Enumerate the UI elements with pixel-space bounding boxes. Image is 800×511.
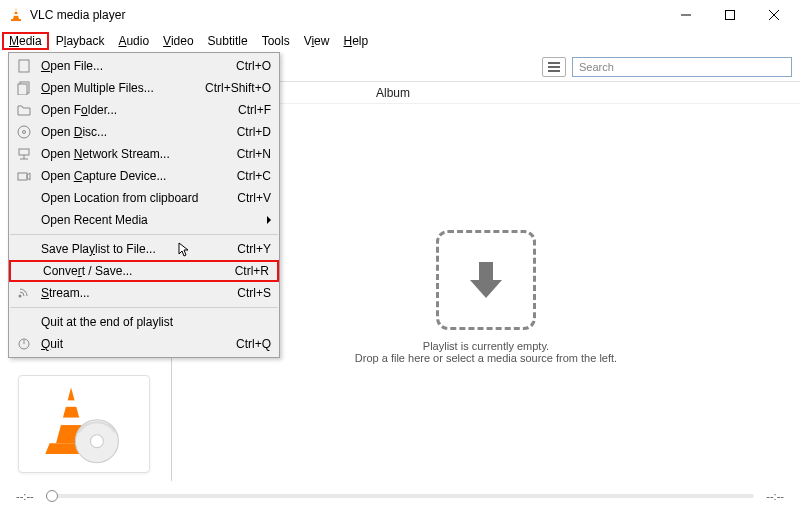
- svg-point-13: [90, 435, 103, 448]
- separator: [10, 234, 278, 235]
- menu-open-folder[interactable]: Open Folder... Ctrl+F: [9, 99, 279, 121]
- svg-point-29: [19, 295, 22, 298]
- capture-icon: [15, 168, 33, 184]
- menu-media[interactable]: Media: [2, 32, 49, 50]
- view-mode-button[interactable]: [542, 57, 566, 77]
- album-art-thumbnail: [18, 375, 150, 473]
- svg-point-22: [18, 126, 30, 138]
- svg-point-23: [23, 131, 26, 134]
- svg-rect-2: [13, 14, 19, 16]
- menu-open-file[interactable]: Open File... Ctrl+O: [9, 55, 279, 77]
- mouse-cursor-icon: [178, 242, 194, 258]
- svg-rect-15: [548, 66, 560, 68]
- empty-text-line2: Drop a file here or select a media sourc…: [355, 352, 617, 364]
- menu-quit[interactable]: Quit Ctrl+Q: [9, 333, 279, 355]
- menu-help[interactable]: Help: [336, 32, 375, 50]
- svg-rect-10: [57, 418, 85, 426]
- menubar: Media Playback Audio Video Subtitle Tool…: [0, 30, 800, 52]
- svg-marker-18: [470, 280, 502, 298]
- menu-save-playlist[interactable]: Save Playlist to File... Ctrl+Y: [9, 238, 279, 260]
- svg-rect-17: [479, 262, 493, 280]
- menu-subtitle[interactable]: Subtitle: [201, 32, 255, 50]
- svg-rect-24: [19, 149, 29, 155]
- download-arrow-icon: [462, 256, 510, 304]
- menu-open-multiple[interactable]: Open Multiple Files... Ctrl+Shift+O: [9, 77, 279, 99]
- svg-rect-19: [19, 60, 29, 72]
- close-button[interactable]: [752, 0, 796, 30]
- empty-text-line1: Playlist is currently empty.: [423, 340, 549, 352]
- menu-open-disc[interactable]: Open Disc... Ctrl+D: [9, 121, 279, 143]
- network-icon: [15, 146, 33, 162]
- svg-rect-16: [548, 70, 560, 72]
- time-total: --:--: [766, 490, 784, 502]
- search-input[interactable]: Search: [572, 57, 792, 77]
- seek-knob[interactable]: [46, 490, 58, 502]
- window-title: VLC media player: [30, 8, 125, 22]
- menu-playback[interactable]: Playback: [49, 32, 112, 50]
- files-icon: [15, 80, 33, 96]
- svg-rect-27: [18, 173, 27, 180]
- stream-icon: [15, 285, 33, 301]
- maximize-button[interactable]: [708, 0, 752, 30]
- titlebar: VLC media player: [0, 0, 800, 30]
- file-icon: [15, 58, 33, 74]
- disc-icon: [15, 124, 33, 140]
- minimize-button[interactable]: [664, 0, 708, 30]
- separator: [10, 307, 278, 308]
- submenu-arrow-icon: [267, 216, 271, 224]
- menu-convert-save[interactable]: Convert / Save... Ctrl+R: [11, 262, 277, 280]
- svg-rect-14: [548, 62, 560, 64]
- svg-rect-9: [60, 400, 82, 406]
- svg-rect-3: [11, 19, 21, 21]
- time-elapsed: --:--: [16, 490, 34, 502]
- svg-rect-5: [726, 11, 735, 20]
- menu-open-network[interactable]: Open Network Stream... Ctrl+N: [9, 143, 279, 165]
- column-album[interactable]: Album: [366, 86, 420, 100]
- menu-stream[interactable]: Stream... Ctrl+S: [9, 282, 279, 304]
- svg-rect-21: [18, 84, 27, 95]
- media-menu-dropdown: Open File... Ctrl+O Open Multiple Files.…: [8, 52, 280, 358]
- menu-open-capture[interactable]: Open Capture Device... Ctrl+C: [9, 165, 279, 187]
- menu-audio[interactable]: Audio: [111, 32, 156, 50]
- svg-rect-1: [13, 10, 18, 12]
- folder-icon: [15, 102, 33, 118]
- seek-slider[interactable]: [46, 494, 755, 498]
- statusbar: --:-- --:--: [0, 481, 800, 511]
- menu-open-clipboard[interactable]: Open Location from clipboard Ctrl+V: [9, 187, 279, 209]
- menu-quit-end[interactable]: Quit at the end of playlist: [9, 311, 279, 333]
- menu-tools[interactable]: Tools: [255, 32, 297, 50]
- svg-marker-0: [13, 8, 19, 19]
- dropzone[interactable]: [436, 230, 536, 330]
- quit-icon: [15, 336, 33, 352]
- list-icon: [548, 61, 560, 73]
- vlc-cone-icon: [29, 381, 139, 467]
- vlc-logo-icon: [8, 7, 24, 23]
- menu-open-recent[interactable]: Open Recent Media: [9, 209, 279, 231]
- menu-video[interactable]: Video: [156, 32, 200, 50]
- menu-view[interactable]: View: [297, 32, 337, 50]
